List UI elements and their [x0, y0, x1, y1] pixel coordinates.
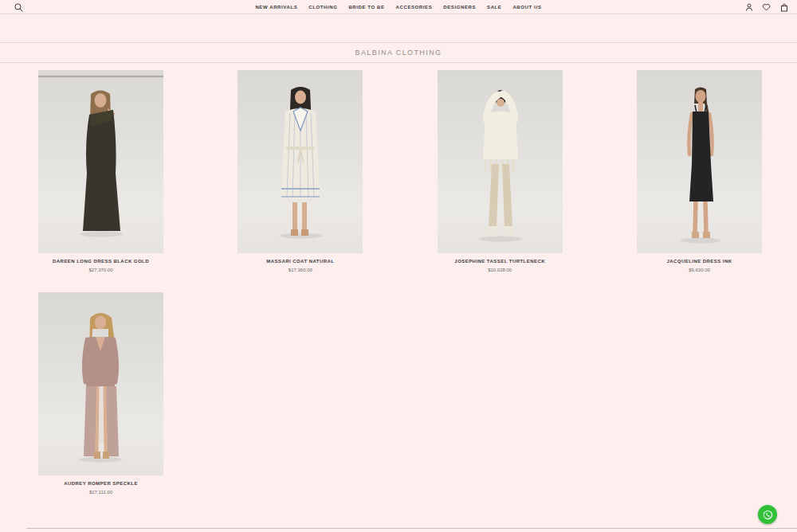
header-icon-group	[744, 2, 789, 13]
whatsapp-icon	[762, 509, 774, 521]
model-illustration	[38, 70, 163, 253]
main-nav: NEW ARRIVALS CLOTHING BRIDE TO BE ACCESO…	[0, 0, 797, 14]
product-price: $17,360.00	[289, 268, 312, 272]
nav-item-about-us[interactable]: ABOUT US	[512, 5, 541, 10]
collection-title-band: BALBINA CLOTHING	[0, 42, 797, 63]
product-price: $27,370.00	[88, 268, 112, 272]
product-price: $17,111.00	[89, 490, 112, 495]
top-header: NEW ARRIVALS CLOTHING BRIDE TO BE ACCESO…	[0, 0, 797, 14]
product-card-dareen-long-dress[interactable]: DAREEN LONG DRESS BLACK GOLD $27,370.00	[38, 70, 163, 272]
product-card-jacqueline-dress[interactable]: JACQUELINE DRESS INK $9,630.00	[637, 70, 762, 272]
nav-item-accesories[interactable]: ACCESORIES	[396, 5, 433, 10]
product-name[interactable]: JOSEPHINE TASSEL TURTLENECK	[454, 259, 545, 264]
product-photo[interactable]	[238, 70, 363, 253]
nav-item-designers[interactable]: DESIGNERS	[443, 5, 476, 10]
product-name[interactable]: JACQUELINE DRESS INK	[666, 259, 732, 264]
product-name[interactable]: MASSARI COAT NATURAL	[266, 259, 334, 264]
model-illustration	[238, 70, 363, 253]
account-icon[interactable]	[744, 2, 754, 13]
model-illustration	[637, 70, 762, 253]
model-illustration	[438, 70, 563, 253]
product-photo[interactable]	[38, 292, 163, 475]
product-price: $10,028.00	[488, 268, 512, 272]
product-price: $9,630.00	[689, 268, 710, 272]
product-photo[interactable]	[637, 70, 762, 253]
product-photo[interactable]	[38, 70, 163, 253]
product-name[interactable]: AUDREY ROMPER SPECKLE	[64, 481, 138, 486]
wishlist-heart-icon[interactable]	[761, 2, 771, 13]
cart-bag-icon[interactable]	[779, 2, 789, 13]
nav-item-clothing[interactable]: CLOTHING	[308, 5, 337, 10]
footer-divider	[26, 528, 797, 529]
product-card-josephine-turtleneck[interactable]: JOSEPHINE TASSEL TURTLENECK $10,028.00	[438, 70, 563, 272]
nav-item-bride-to-be[interactable]: BRIDE TO BE	[348, 5, 384, 10]
nav-item-new-arrivals[interactable]: NEW ARRIVALS	[255, 5, 297, 10]
product-row-2: AUDREY ROMPER SPECKLE $17,111.00	[38, 292, 762, 495]
product-card-audrey-romper[interactable]: AUDREY ROMPER SPECKLE $17,111.00	[38, 292, 163, 495]
whatsapp-chat-button[interactable]	[758, 505, 777, 524]
model-illustration	[38, 292, 163, 475]
nav-item-sale[interactable]: SALE	[487, 5, 501, 10]
product-photo[interactable]	[438, 70, 563, 253]
page-title: BALBINA CLOTHING	[355, 49, 442, 57]
product-row-1: DAREEN LONG DRESS BLACK GOLD $27,370.00 …	[38, 70, 762, 272]
product-name[interactable]: DAREEN LONG DRESS BLACK GOLD	[53, 259, 149, 264]
product-card-massari-coat[interactable]: MASSARI COAT NATURAL $17,360.00	[238, 70, 363, 272]
